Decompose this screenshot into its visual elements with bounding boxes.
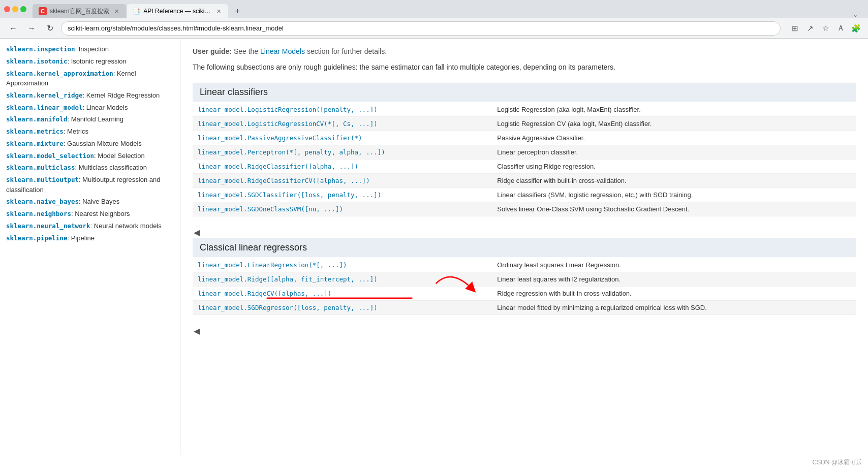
- translate-icon[interactable]: ⊞: [789, 22, 801, 35]
- sidebar: sklearn.inspection: Inspectionsklearn.is…: [0, 39, 180, 455]
- sidebar-item-sklearn-multioutput[interactable]: sklearn.multioutput: Multioutput regress…: [0, 174, 180, 196]
- table-cell-link: linear_model.SGDRegressor([loss, penalty…: [193, 301, 491, 315]
- table-row: linear_model.Perceptron(*[, penalty, alp…: [193, 145, 856, 160]
- toolbar-right: ⊞ ↗ ☆ Ａ 🧩: [789, 22, 862, 35]
- window-controls: [4, 6, 26, 12]
- table-row: linear_model.LogisticRegressionCV(*[, Cs…: [193, 117, 856, 131]
- sidebar-module-name: sklearn.metrics: [6, 128, 64, 135]
- tab-overflow-button[interactable]: ⌄: [853, 11, 862, 18]
- api-link[interactable]: linear_model.LogisticRegression([penalty…: [198, 106, 378, 113]
- sections-container: Linear classifiers linear_model.Logistic…: [193, 83, 856, 337]
- sidebar-item-sklearn-kernel_ridge[interactable]: sklearn.kernel_ridge: Kernel Ridge Regre…: [0, 89, 180, 102]
- tab1-favicon: C: [39, 7, 47, 15]
- scroll-left-arrow[interactable]: ◀: [194, 228, 200, 237]
- table-cell-desc: Classifier using Ridge regression.: [491, 160, 856, 174]
- sidebar-section-name: : Nearest Neighbors: [71, 210, 130, 217]
- api-link[interactable]: linear_model.Perceptron(*[, penalty, alp…: [198, 148, 385, 156]
- main-content: User guide: See the Linear Models sectio…: [180, 39, 868, 455]
- sidebar-section-name: : Isotonic regression: [67, 57, 126, 65]
- sidebar-item-sklearn-kernel_approximation[interactable]: sklearn.kernel_approximation: Kernel App…: [0, 68, 180, 89]
- sidebar-item-sklearn-manifold[interactable]: sklearn.manifold: Manifold Learning: [0, 113, 180, 125]
- sidebar-section-name: : Metrics: [64, 128, 88, 135]
- maximize-window-btn[interactable]: [20, 6, 26, 12]
- table-row: linear_model.SGDOneClassSVM([nu, ...]) S…: [193, 202, 856, 216]
- table-cell-desc: Linear perceptron classifier.: [491, 145, 856, 160]
- table-row: linear_model.LinearRegression(*[, ...]) …: [193, 258, 856, 272]
- sidebar-section-name: : Naive Bayes: [79, 198, 119, 205]
- share-icon[interactable]: ↗: [804, 22, 816, 35]
- api-link[interactable]: linear_model.Ridge([alpha, fit_intercept…: [198, 275, 378, 283]
- table-cell-link: linear_model.PassiveAggressiveClassifier…: [193, 131, 491, 145]
- tab-api-reference[interactable]: 📑 API Reference — scikit-learn ✕: [127, 4, 228, 18]
- table-cell-link: linear_model.Ridge([alpha, fit_intercept…: [193, 272, 491, 287]
- tab1-close[interactable]: ✕: [112, 7, 120, 15]
- sidebar-module-name: sklearn.isotonic: [6, 57, 67, 65]
- tab-sklearn-baidu[interactable]: C sklearn官网_百度搜索 ✕: [33, 4, 127, 18]
- table-cell-desc: Ordinary least squares Linear Regression…: [491, 258, 856, 272]
- user-guide-bold: User guide:: [193, 47, 232, 55]
- table-cell-link: linear_model.RidgeClassifierCV([alphas, …: [193, 174, 491, 188]
- sidebar-item-sklearn-linear_model[interactable]: sklearn.linear_model: Linear Models: [0, 102, 180, 114]
- reload-button[interactable]: ↻: [43, 21, 57, 36]
- linear-models-link[interactable]: Linear Models: [260, 47, 305, 55]
- api-link[interactable]: linear_model.SGDClassifier([loss, penalt…: [198, 191, 381, 199]
- sidebar-item-sklearn-isotonic[interactable]: sklearn.isotonic: Isotonic regression: [0, 55, 180, 68]
- extensions-icon[interactable]: 🧩: [850, 22, 862, 35]
- api-link[interactable]: linear_model.SGDOneClassSVM([nu, ...]): [198, 205, 343, 213]
- table-cell-link: linear_model.LogisticRegression([penalty…: [193, 103, 491, 117]
- new-tab-button[interactable]: +: [230, 4, 244, 18]
- sidebar-item-sklearn-inspection[interactable]: sklearn.inspection: Inspection: [0, 43, 180, 55]
- sidebar-item-sklearn-mixture[interactable]: sklearn.mixture: Gaussian Mixture Models: [0, 138, 180, 150]
- sidebar-section-name: : Manifold Learning: [67, 115, 123, 123]
- api-link[interactable]: linear_model.RidgeCV([alphas, ...]): [198, 290, 331, 297]
- minimize-window-btn[interactable]: [12, 6, 18, 12]
- section-header-classical_linear_regressors: Classical linear regressors: [193, 238, 856, 257]
- table-cell-desc: Linear classifiers (SVM, logistic regres…: [491, 188, 856, 202]
- sidebar-module-name: sklearn.mixture: [6, 140, 64, 147]
- table-cell-link: linear_model.LinearRegression(*[, ...]): [193, 258, 491, 272]
- sidebar-module-name: sklearn.kernel_ridge: [6, 91, 83, 99]
- page-layout: sklearn.inspection: Inspectionsklearn.is…: [0, 39, 868, 455]
- table-cell-link: linear_model.RidgeCV([alphas, ...]): [193, 287, 491, 301]
- description-text: The following subsections are only rough…: [193, 61, 856, 73]
- api-link[interactable]: linear_model.LinearRegression(*[, ...]): [198, 261, 347, 269]
- sidebar-module-name: sklearn.multioutput: [6, 176, 79, 183]
- close-window-btn[interactable]: [4, 6, 10, 12]
- back-button[interactable]: ←: [6, 21, 20, 36]
- sidebar-section-name: : Linear Models: [83, 104, 128, 111]
- table-row: linear_model.PassiveAggressiveClassifier…: [193, 131, 856, 145]
- api-link[interactable]: linear_model.LogisticRegressionCV(*[, Cs…: [198, 120, 378, 128]
- table-cell-link: linear_model.SGDClassifier([loss, penalt…: [193, 188, 491, 202]
- table-linear_classifiers: linear_model.LogisticRegression([penalty…: [193, 103, 856, 216]
- sidebar-section-name: : Multiclass classification: [75, 164, 147, 171]
- table-cell-desc: Linear model fitted by minimizing a regu…: [491, 301, 856, 315]
- sidebar-item-sklearn-model_selection[interactable]: sklearn.model_selection: Model Selection: [0, 150, 180, 162]
- address-bar: ← → ↻ ⊞ ↗ ☆ Ａ 🧩: [0, 18, 868, 39]
- sidebar-item-sklearn-neighbors[interactable]: sklearn.neighbors: Nearest Neighbors: [0, 208, 180, 220]
- user-guide-note: User guide: See the Linear Models sectio…: [193, 47, 856, 55]
- sidebar-item-sklearn-metrics[interactable]: sklearn.metrics: Metrics: [0, 125, 180, 138]
- sidebar-section-name: : Gaussian Mixture Models: [64, 140, 142, 147]
- address-input[interactable]: [61, 21, 781, 36]
- forward-button[interactable]: →: [24, 21, 39, 36]
- tab2-close[interactable]: ✕: [215, 7, 222, 15]
- sidebar-item-sklearn-naive_bayes[interactable]: sklearn.naive_bayes: Naive Bayes: [0, 196, 180, 208]
- table-cell-desc: Passive Aggressive Classifier.: [491, 131, 856, 145]
- sidebar-item-sklearn-pipeline[interactable]: sklearn.pipeline: Pipeline: [0, 232, 180, 244]
- sidebar-item-sklearn-neural_network[interactable]: sklearn.neural_network: Neural network m…: [0, 220, 180, 232]
- table-row: linear_model.LogisticRegression([penalty…: [193, 103, 856, 117]
- api-link[interactable]: linear_model.SGDRegressor([loss, penalty…: [198, 304, 378, 311]
- scroll-indicator-linear_classifiers: ◀: [193, 227, 856, 238]
- pdf-icon[interactable]: Ａ: [834, 22, 847, 35]
- sidebar-section-name: : Pipeline: [67, 234, 94, 242]
- scroll-left-arrow[interactable]: ◀: [194, 326, 200, 336]
- user-guide-text: See the: [234, 47, 258, 55]
- api-link[interactable]: linear_model.RidgeClassifierCV([alphas, …: [198, 177, 370, 184]
- table-cell-desc: Solves linear One-Class SVM using Stocha…: [491, 202, 856, 216]
- api-link[interactable]: linear_model.PassiveAggressiveClassifier…: [198, 134, 362, 142]
- sidebar-item-sklearn-multiclass[interactable]: sklearn.multiclass: Multiclass classific…: [0, 162, 180, 174]
- tab2-label: API Reference — scikit-learn: [143, 8, 212, 15]
- api-link[interactable]: linear_model.RidgeClassifier([alpha, ...…: [198, 163, 358, 170]
- bookmark-icon[interactable]: ☆: [819, 22, 831, 35]
- sidebar-module-name: sklearn.neighbors: [6, 210, 71, 217]
